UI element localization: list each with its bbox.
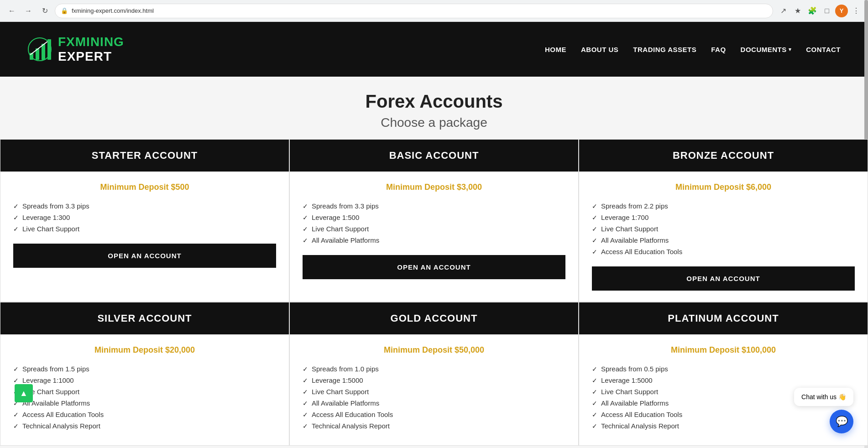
feature-item: ✓Spreads from 0.5 pips	[592, 363, 855, 375]
starter-open-account-button[interactable]: OPEN AN ACCOUNT	[13, 244, 276, 268]
feature-item: ✓All Available Platforms	[13, 397, 276, 409]
lock-icon: 🔒	[61, 7, 68, 14]
feature-item: ✓Spreads from 3.3 pips	[303, 200, 565, 212]
address-bar[interactable]: 🔒 fxmining-expert.com/index.html	[55, 4, 773, 18]
basic-features: ✓Spreads from 3.3 pips ✓Leverage 1:500 ✓…	[303, 200, 565, 246]
feature-item: ✓Leverage 1:300	[13, 212, 276, 223]
main-content: Wiki FX Wiki FX Wiki FX Forex Accounts C…	[0, 77, 868, 446]
gold-min-deposit: Minimum Deposit $50,000	[303, 345, 565, 355]
check-icon: ✓	[303, 411, 308, 418]
logo-icon	[27, 37, 52, 62]
feature-item: ✓All Available Platforms	[592, 234, 855, 246]
chat-button[interactable]: 💬	[830, 410, 853, 433]
check-icon: ✓	[13, 203, 19, 210]
feature-item: ✓Access All Education Tools	[303, 409, 565, 420]
silver-min-deposit: Minimum Deposit $20,000	[13, 345, 276, 355]
check-icon: ✓	[592, 388, 597, 396]
feature-item: ✓Technical Analysis Report	[303, 420, 565, 432]
nav-documents[interactable]: DOCUMENTS ▾	[741, 46, 792, 53]
check-icon: ✓	[13, 411, 19, 418]
check-icon: ✓	[303, 400, 308, 407]
forward-button[interactable]: →	[22, 5, 35, 17]
feature-item: ✓Live Chart Support	[13, 386, 276, 397]
profile-button[interactable]: Y	[835, 5, 848, 17]
check-icon: ✓	[592, 411, 597, 418]
starter-card-header: STARTER ACCOUNT	[0, 140, 289, 172]
check-icon: ✓	[592, 225, 597, 233]
chat-bubble: Chat with us 👋	[794, 388, 853, 406]
menu-button[interactable]: ⋮	[850, 5, 863, 17]
scroll-top-button[interactable]: ▲	[15, 384, 33, 402]
nav-contact[interactable]: CONTACT	[806, 46, 841, 53]
feature-item: ✓Leverage 1:1000	[13, 375, 276, 386]
navbar: FXMINING EXPERT HOME ABOUT US TRADING AS…	[0, 22, 868, 77]
feature-item: ✓Leverage 1:5000	[303, 375, 565, 386]
check-icon: ✓	[13, 214, 19, 221]
check-icon: ✓	[592, 214, 597, 221]
bookmark-button[interactable]: ★	[791, 5, 804, 17]
url-text: fxmining-expert.com/index.html	[72, 7, 154, 14]
bronze-min-deposit: Minimum Deposit $6,000	[592, 182, 855, 192]
bottom-cards-grid: SILVER ACCOUNT Minimum Deposit $20,000 ✓…	[0, 302, 868, 446]
chat-icon: 💬	[836, 416, 848, 427]
feature-item: ✓Access All Education Tools	[592, 246, 855, 257]
check-icon: ✓	[303, 203, 308, 210]
nav-about[interactable]: ABOUT US	[581, 46, 618, 53]
feature-item: ✓Live Chart Support	[303, 223, 565, 234]
basic-min-deposit: Minimum Deposit $3,000	[303, 182, 565, 192]
page-subtitle: Choose a package	[0, 115, 868, 130]
nav-trading[interactable]: TRADING ASSETS	[633, 46, 696, 53]
check-icon: ✓	[592, 365, 597, 373]
scroll-top-icon: ▲	[20, 389, 28, 398]
platinum-card-header: PLATINUM ACCOUNT	[579, 302, 868, 334]
feature-item: ✓Spreads from 1.0 pips	[303, 363, 565, 375]
gold-features: ✓Spreads from 1.0 pips ✓Leverage 1:5000 …	[303, 363, 565, 432]
bronze-open-account-button[interactable]: OPEN AN ACCOUNT	[592, 266, 855, 291]
check-icon: ✓	[303, 214, 308, 221]
feature-item: ✓Spreads from 2.2 pips	[592, 200, 855, 212]
page-header: Forex Accounts Choose a package	[0, 77, 868, 139]
feature-item: ✓Leverage 1:5000	[592, 375, 855, 386]
bronze-card-body: Minimum Deposit $6,000 ✓Spreads from 2.2…	[579, 172, 868, 302]
nav-home[interactable]: HOME	[545, 46, 566, 53]
starter-card-body: Minimum Deposit $500 ✓Spreads from 3.3 p…	[0, 172, 289, 279]
basic-open-account-button[interactable]: OPEN AN ACCOUNT	[303, 255, 565, 279]
check-icon: ✓	[303, 225, 308, 233]
gold-card-body: Minimum Deposit $50,000 ✓Spreads from 1.…	[290, 334, 578, 445]
browser-bar: ← → ↻ 🔒 fxmining-expert.com/index.html ↗…	[0, 0, 868, 22]
top-cards-grid: STARTER ACCOUNT Minimum Deposit $500 ✓Sp…	[0, 139, 868, 302]
silver-card-body: Minimum Deposit $20,000 ✓Spreads from 1.…	[0, 334, 289, 445]
share-button[interactable]: ↗	[777, 5, 790, 17]
check-icon: ✓	[592, 422, 597, 430]
bronze-card: BRONZE ACCOUNT Minimum Deposit $6,000 ✓S…	[579, 139, 868, 302]
bronze-card-header: BRONZE ACCOUNT	[579, 140, 868, 172]
feature-item: ✓Leverage 1:500	[303, 212, 565, 223]
feature-item: ✓Live Chart Support	[303, 386, 565, 397]
nav-faq[interactable]: FAQ	[711, 46, 726, 53]
check-icon: ✓	[303, 377, 308, 384]
nav-links: HOME ABOUT US TRADING ASSETS FAQ DOCUMEN…	[545, 46, 841, 53]
split-view-button[interactable]: □	[821, 5, 833, 17]
check-icon: ✓	[592, 377, 597, 384]
silver-card-header: SILVER ACCOUNT	[0, 302, 289, 334]
starter-min-deposit: Minimum Deposit $500	[13, 182, 276, 192]
feature-item: ✓All Available Platforms	[303, 234, 565, 246]
logo-expert: EXPERT	[58, 49, 124, 64]
feature-item: ✓Live Chart Support	[13, 223, 276, 234]
starter-card: STARTER ACCOUNT Minimum Deposit $500 ✓Sp…	[0, 139, 289, 302]
feature-item: ✓Spreads from 1.5 pips	[13, 363, 276, 375]
check-icon: ✓	[303, 388, 308, 396]
starter-features: ✓Spreads from 3.3 pips ✓Leverage 1:300 ✓…	[13, 200, 276, 234]
extensions-button[interactable]: 🧩	[806, 5, 819, 17]
logo-fxmining: FXMINING	[58, 35, 124, 49]
check-icon: ✓	[13, 365, 19, 373]
feature-item: ✓Leverage 1:700	[592, 212, 855, 223]
reload-button[interactable]: ↻	[38, 5, 51, 17]
check-icon: ✓	[592, 237, 597, 244]
silver-card: SILVER ACCOUNT Minimum Deposit $20,000 ✓…	[0, 302, 289, 446]
bronze-features: ✓Spreads from 2.2 pips ✓Leverage 1:700 ✓…	[592, 200, 855, 257]
silver-features: ✓Spreads from 1.5 pips ✓Leverage 1:1000 …	[13, 363, 276, 432]
gold-card: GOLD ACCOUNT Minimum Deposit $50,000 ✓Sp…	[289, 302, 579, 446]
chat-widget: Chat with us 👋 💬	[794, 388, 853, 433]
back-button[interactable]: ←	[5, 5, 18, 17]
